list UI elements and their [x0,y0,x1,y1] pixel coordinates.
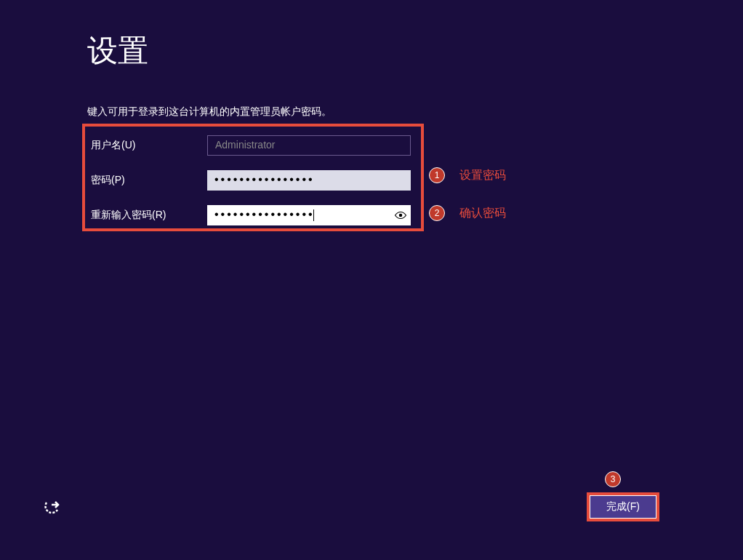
accessibility-icon[interactable] [41,497,61,518]
finish-button[interactable]: 完成(F) [590,495,656,519]
password-input[interactable]: •••••••••••••••• [207,170,411,191]
instruction-text: 键入可用于登录到这台计算机的内置管理员帐户密码。 [87,105,332,119]
text-cursor [313,209,314,221]
annotation-2: 2 确认密码 [429,205,506,221]
annotation-2-text: 确认密码 [459,206,506,221]
annotation-3: 3 [605,471,621,487]
annotation-3-bubble: 3 [605,471,621,487]
annotation-1-text: 设置密码 [459,168,506,183]
svg-point-0 [399,214,403,217]
confirm-password-label: 重新输入密码(R) [91,209,207,222]
annotation-1: 1 设置密码 [429,167,506,183]
page-title: 设置 [87,31,148,71]
username-label: 用户名(U) [91,139,207,152]
form-highlight-box: 用户名(U) Administrator 密码(P) •••••••••••••… [82,124,424,231]
reveal-password-icon[interactable] [390,205,411,225]
confirm-password-row: 重新输入密码(R) •••••••••••••••• [91,204,415,227]
confirm-password-wrapper: •••••••••••••••• [207,205,411,225]
password-label: 密码(P) [91,174,207,187]
username-row: 用户名(U) Administrator [91,134,415,157]
username-input: Administrator [207,135,411,156]
confirm-password-value: •••••••••••••••• [214,208,315,220]
finish-button-highlight: 完成(F) [587,492,659,521]
confirm-password-input[interactable]: •••••••••••••••• [207,205,390,225]
annotation-2-bubble: 2 [429,205,445,221]
password-row: 密码(P) •••••••••••••••• [91,169,415,192]
annotation-1-bubble: 1 [429,167,445,183]
